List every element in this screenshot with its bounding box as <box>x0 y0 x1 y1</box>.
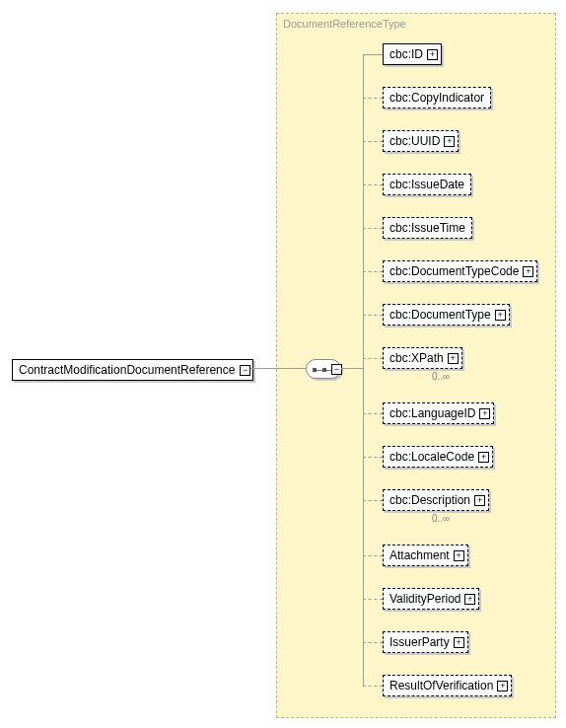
element-label: ValidityPeriod <box>389 592 460 606</box>
connector-line <box>363 555 383 556</box>
element-label: cbc:XPath <box>389 351 444 365</box>
element-node[interactable]: cbc:DocumentTypeCode+ <box>383 260 537 282</box>
element-node[interactable]: cbc:IssueDate <box>383 174 471 195</box>
expand-icon[interactable]: + <box>454 550 464 561</box>
element-node[interactable]: cbc:IssueTime <box>383 217 472 239</box>
element-label: cbc:CopyIndicator <box>389 91 484 105</box>
element-node[interactable]: IssuerParty+ <box>383 631 468 653</box>
type-name-label: DocumentReferenceType <box>283 18 406 30</box>
expand-icon[interactable]: + <box>464 594 475 605</box>
connector-line <box>363 358 383 359</box>
element-label: cbc:IssueTime <box>389 221 465 235</box>
connector-line <box>363 599 383 600</box>
connector-line <box>363 98 383 99</box>
element-label: cbc:DocumentTypeCode <box>389 264 519 278</box>
expand-icon[interactable]: + <box>454 637 464 648</box>
root-element-node[interactable]: ContractModificationDocumentReference − <box>12 359 253 381</box>
connector-line <box>363 228 383 229</box>
expand-icon[interactable]: + <box>479 408 490 419</box>
element-node[interactable]: cbc:LanguageID+ <box>383 402 494 424</box>
multiplicity-label: 0..∞ <box>432 371 450 382</box>
expand-icon[interactable]: − <box>240 365 250 376</box>
element-label: Attachment <box>389 548 450 562</box>
sequence-compositor[interactable]: − <box>306 359 341 379</box>
dot-icon <box>313 368 317 372</box>
expand-icon[interactable]: + <box>444 136 455 147</box>
connector-line <box>363 54 364 686</box>
element-node[interactable]: cbc:CopyIndicator <box>383 87 491 109</box>
element-label: cbc:LanguageID <box>389 406 475 420</box>
element-label: cbc:LocaleCode <box>389 450 474 464</box>
element-label: cbc:Description <box>389 493 470 507</box>
connector-line <box>250 368 306 369</box>
connector-line <box>363 315 383 316</box>
element-node[interactable]: cbc:XPath+ <box>383 347 462 369</box>
element-node[interactable]: ValidityPeriod+ <box>383 588 479 610</box>
element-node[interactable]: cbc:ID+ <box>383 43 442 65</box>
root-element-label: ContractModificationDocumentReference <box>19 363 235 377</box>
connector-line <box>363 457 383 458</box>
expand-icon[interactable]: + <box>448 353 459 364</box>
expand-icon[interactable]: + <box>427 49 438 60</box>
element-node[interactable]: cbc:Description+ <box>383 489 489 511</box>
element-label: cbc:DocumentType <box>389 308 491 322</box>
diagram-canvas: DocumentReferenceType ContractModificati… <box>0 0 566 728</box>
expand-icon[interactable]: + <box>497 681 508 692</box>
element-node[interactable]: cbc:LocaleCode+ <box>383 446 493 468</box>
connector-line <box>363 413 383 414</box>
expand-icon[interactable]: + <box>495 310 506 321</box>
element-node[interactable]: cbc:UUID+ <box>383 130 459 152</box>
expand-icon[interactable]: + <box>523 266 533 277</box>
connector-line <box>341 368 363 369</box>
element-label: ResultOfVerification <box>389 679 493 692</box>
element-node[interactable]: cbc:DocumentType+ <box>383 304 510 326</box>
element-label: cbc:ID <box>389 47 423 61</box>
connector-line <box>363 642 383 643</box>
connector-line <box>363 686 383 687</box>
element-node[interactable]: Attachment+ <box>383 545 468 566</box>
connector-line <box>363 141 383 142</box>
expand-icon[interactable]: − <box>331 364 342 375</box>
multiplicity-label: 0..∞ <box>432 513 450 524</box>
expand-icon[interactable]: + <box>474 495 485 506</box>
element-label: IssuerParty <box>389 635 450 649</box>
connector-line <box>363 184 383 185</box>
dot-icon <box>322 368 326 372</box>
connector-line <box>363 54 383 55</box>
element-node[interactable]: ResultOfVerification+ <box>383 675 512 696</box>
expand-icon[interactable]: + <box>478 452 489 463</box>
connector-line <box>363 500 383 501</box>
element-label: cbc:IssueDate <box>389 178 464 191</box>
element-label: cbc:UUID <box>389 134 440 148</box>
connector-line <box>363 271 383 272</box>
